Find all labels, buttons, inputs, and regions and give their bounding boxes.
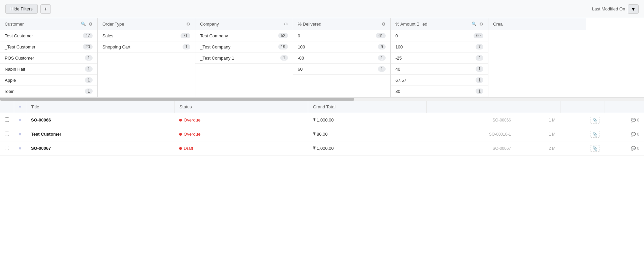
toolbar: Hide Filters + Last Modified On ▼ [0,0,644,18]
filter-item-count-company-1: 19 [278,44,288,49]
col-header-age [516,101,560,113]
row-attachments-1[interactable]: 📎 [560,127,605,141]
row-fav-0[interactable]: ♥ [14,113,26,127]
row-title-1[interactable]: Test Customer [26,127,174,141]
filter-title-created: Crea [493,22,503,27]
row-grand-total-0: ₹ 1,000.00 [308,113,427,127]
filter-item-percent_amount_billed-0[interactable]: 060 [391,30,488,41]
col-header-fav: ♥ [14,101,26,113]
col-header-checkbox [0,101,14,113]
filter-body-order_type: Sales71Shopping Cart1 [98,30,195,53]
filter-item-count-percent_amount_billed-3: 1 [476,66,483,72]
row-attachments-2[interactable]: 📎 [560,141,605,156]
title-text-0: SO-00066 [31,117,51,123]
col-header-attach [560,101,605,113]
col-header-title: Title [26,101,174,113]
filter-item-percent_amount_billed-1[interactable]: 1007 [391,41,488,53]
row-checkbox-0[interactable] [0,113,14,127]
search-icon-customer[interactable]: 🔍 [81,22,86,27]
filter-item-percent_delivered-3[interactable]: 601 [293,64,390,75]
sort-button[interactable]: ▼ [628,4,639,14]
filter-item-count-percent_amount_billed-4: 1 [476,77,483,83]
filter-item-percent_amount_billed-4[interactable]: 67.571 [391,75,488,86]
filter-body-company: Test Company52_Test Company19_Test Compa… [195,30,293,64]
checkbox-input-2[interactable] [5,146,9,150]
row-age-1: 1 M [516,127,560,141]
filter-item-customer-5[interactable]: robin1 [0,86,97,97]
gear-icon-percent_delivered[interactable]: ⚙ [382,22,386,27]
filter-item-percent_amount_billed-3[interactable]: 401 [391,64,488,75]
filter-header-order_type: Order Type⚙ [98,18,195,30]
filter-item-percent_delivered-1[interactable]: 1009 [293,41,390,53]
filter-col-customer: Customer🔍⚙Test Customer47_Test Customer2… [0,18,98,97]
row-attachments-0[interactable]: 📎 [560,113,605,127]
row-fav-2[interactable]: ♥ [14,141,26,156]
filter-item-customer-0[interactable]: Test Customer47 [0,30,97,41]
row-fav-1[interactable]: ♥ [14,127,26,141]
gear-icon-order_type[interactable]: ⚙ [186,22,190,27]
filter-item-percent_amount_billed-2[interactable]: -252 [391,53,488,64]
filter-title-customer: Customer [5,22,24,27]
gear-icon-company[interactable]: ⚙ [284,22,288,27]
filter-item-customer-3[interactable]: Nabin Hait1 [0,64,97,75]
gear-icon-percent_amount_billed[interactable]: ⚙ [479,22,483,27]
row-status-2: Draft [174,141,308,156]
filter-title-percent_delivered: % Delivered [298,22,321,27]
search-icon-percent_amount_billed[interactable]: 🔍 [472,22,477,27]
filter-item-count-order_type-0: 71 [181,33,190,38]
filter-title-percent_amount_billed: % Amount Billed [395,22,427,27]
toolbar-left: Hide Filters + [5,4,51,14]
filter-item-percent_delivered-2[interactable]: -801 [293,53,390,64]
table-row[interactable]: ♥Test CustomerOverdue₹ 80.00SO-00010-11 … [0,127,644,141]
row-grand-total-2: ₹ 1,000.00 [308,141,427,156]
filter-item-company-1[interactable]: _Test Company19 [195,41,293,53]
filter-item-label-company-0: Test Company [200,33,228,38]
filter-item-label-customer-2: POS Customer [5,56,34,61]
row-comments-0[interactable]: 💬 0 [605,113,644,127]
comment-button[interactable]: 💬 0 [631,118,639,123]
table-row[interactable]: ♥SO-00067Draft₹ 1,000.00SO-000672 M📎💬 0 [0,141,644,156]
filter-item-percent_amount_billed-5[interactable]: 801 [391,86,488,97]
status-text: Overdue [184,117,200,123]
filter-item-company-2[interactable]: _Test Company 11 [195,53,293,64]
heart-icon[interactable]: ♥ [19,131,22,137]
hide-filters-button[interactable]: Hide Filters [5,4,38,14]
attachment-button[interactable]: 📎 [590,145,600,152]
row-title-2[interactable]: SO-00067 [26,141,174,156]
checkbox-input-0[interactable] [5,117,9,122]
results-table: ♥ Title Status Grand Total ♥SO-00066Over… [0,101,644,156]
row-checkbox-2[interactable] [0,141,14,156]
attachment-button[interactable]: 📎 [590,117,600,124]
checkbox-input-1[interactable] [5,132,9,136]
status-badge: Overdue [179,132,200,137]
row-checkbox-1[interactable] [0,127,14,141]
filter-item-order_type-0[interactable]: Sales71 [98,30,195,41]
add-button[interactable]: + [40,4,51,14]
comment-button[interactable]: 💬 0 [631,132,639,137]
gear-icon-customer[interactable]: ⚙ [89,22,93,27]
row-comments-1[interactable]: 💬 0 [605,127,644,141]
horizontal-scrollbar[interactable] [0,98,644,101]
heart-icon[interactable]: ♥ [19,117,22,123]
filter-item-company-0[interactable]: Test Company52 [195,30,293,41]
filter-item-label-percent_amount_billed-2: -25 [395,56,402,61]
filter-item-count-percent_amount_billed-2: 2 [476,55,483,61]
filter-item-count-customer-0: 47 [83,33,93,38]
attachment-button[interactable]: 📎 [590,131,600,138]
status-badge: Draft [179,146,193,151]
table-row[interactable]: ♥SO-00066Overdue₹ 1,000.00SO-000661 M📎💬 … [0,113,644,127]
row-title-0[interactable]: SO-00066 [26,113,174,127]
filter-item-customer-1[interactable]: _Test Customer20 [0,41,97,53]
row-comments-2[interactable]: 💬 0 [605,141,644,156]
comment-button[interactable]: 💬 0 [631,146,639,151]
filter-item-customer-2[interactable]: POS Customer1 [0,53,97,64]
filter-item-count-order_type-1: 1 [183,44,190,49]
filter-item-customer-4[interactable]: Apple1 [0,75,97,86]
heart-icon[interactable]: ♥ [19,145,22,151]
filter-header-customer: Customer🔍⚙ [0,18,97,30]
filter-item-label-order_type-0: Sales [102,33,114,38]
filter-item-percent_delivered-0[interactable]: 061 [293,30,390,41]
status-dot-icon [179,147,182,150]
filter-item-label-company-2: _Test Company 1 [200,56,234,61]
filter-item-order_type-1[interactable]: Shopping Cart1 [98,41,195,53]
